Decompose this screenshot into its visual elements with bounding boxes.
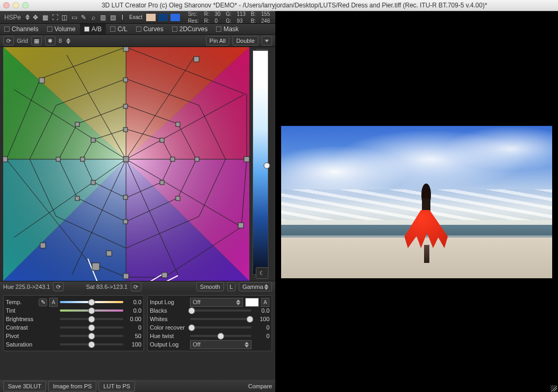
svg-rect-44 [56, 157, 60, 161]
grid-subbar: ⟳ Grid ▦ ✱ 8 Pin All Double [0, 35, 275, 47]
swatch-skin[interactable] [146, 14, 156, 21]
grid-icon[interactable]: ▤ [109, 13, 116, 22]
color-recover-slider[interactable] [190, 326, 251, 329]
sliders-panel: Temp. ✎ A 0.0 Tint 0.0 Brightness 0.00 [0, 292, 275, 354]
tab-ab[interactable]: A/B [80, 24, 106, 34]
tab-cl[interactable]: C/L [106, 24, 132, 34]
bottom-bar: Save 3DLUT Image from PS LUT to PS Compa… [0, 380, 275, 392]
blacks-slider[interactable] [190, 309, 251, 312]
pivot-slider[interactable] [60, 335, 123, 337]
svg-rect-28 [123, 47, 129, 51]
eyedropper-icon[interactable]: ✎ [80, 13, 88, 22]
temp-a-button[interactable]: A [49, 298, 58, 307]
svg-rect-39 [123, 78, 128, 82]
temp-label: Temp. [6, 299, 37, 305]
grid-star-icon[interactable]: ✱ [45, 36, 56, 45]
saturation-slider[interactable] [60, 343, 123, 345]
svg-rect-27 [123, 157, 129, 162]
log-sliders: Input Log Off A Blacks 0.0 Whites 100 Co… [147, 295, 272, 351]
hue-twist-slider[interactable] [190, 335, 251, 337]
lasso-tool-icon[interactable]: ◫ [60, 13, 68, 22]
svg-rect-55 [91, 180, 95, 185]
svg-rect-37 [92, 263, 100, 270]
preview-image[interactable] [281, 126, 552, 278]
luminance-knob[interactable] [264, 162, 270, 169]
sat-readout: Sat 83.6->123.1 [86, 284, 128, 290]
histogram-icon[interactable]: ▥ [99, 13, 107, 22]
minimize-icon[interactable] [13, 2, 19, 8]
svg-rect-34 [40, 243, 46, 248]
tint-label: Tint [6, 307, 37, 314]
svg-rect-49 [75, 196, 79, 200]
moon-icon[interactable]: ☾ [256, 267, 268, 279]
compare-button[interactable]: Compare [248, 383, 272, 389]
color-sliders: Temp. ✎ A 0.0 Tint 0.0 Brightness 0.00 [3, 295, 144, 351]
svg-rect-33 [238, 223, 244, 228]
zoom-in-icon[interactable]: ⌕ [89, 13, 97, 22]
swatch-blue[interactable] [170, 14, 180, 21]
luminance-slider[interactable] [253, 50, 268, 275]
color-model-select[interactable]: HSPe [4, 14, 21, 21]
reset-sat-icon[interactable]: ⟳ [131, 282, 141, 291]
eyedropper-icon[interactable]: ✎ [39, 298, 47, 306]
expand-tool-icon[interactable]: ⛶ [51, 13, 59, 22]
double-button[interactable]: Double [232, 36, 258, 45]
close-icon[interactable] [3, 2, 10, 8]
white-swatch[interactable] [245, 298, 259, 307]
selection-tool-icon[interactable]: ▦ [41, 13, 49, 22]
color-wheel-grid[interactable] [3, 47, 249, 281]
tint-slider[interactable] [60, 309, 123, 312]
temp-slider[interactable] [60, 301, 123, 303]
grid-size-stepper[interactable] [66, 38, 70, 44]
svg-rect-45 [80, 157, 85, 161]
pin-all-button[interactable]: Pin All [206, 36, 230, 45]
svg-rect-36 [162, 272, 167, 278]
l-button[interactable]: L [227, 282, 236, 291]
gamma-select[interactable]: Gamma [239, 282, 272, 291]
swatch-sky[interactable] [158, 14, 168, 21]
svg-rect-32 [194, 57, 199, 62]
dropdown-icon[interactable] [262, 36, 272, 45]
log-a-button[interactable]: A [261, 298, 269, 307]
grid-type-icon[interactable]: ▦ [31, 36, 42, 45]
svg-rect-29 [244, 157, 249, 162]
window-titlebar: 3D LUT Creator Pro (c) Oleg Sharonov *DE… [0, 0, 558, 11]
marquee-tool-icon[interactable]: ▭ [70, 13, 78, 22]
tab-mask[interactable]: Mask [212, 24, 243, 34]
info-icon[interactable]: I [119, 13, 127, 22]
image-from-ps-button[interactable]: Image from PS [48, 381, 96, 391]
reset-grid-icon[interactable]: ⟳ [3, 36, 14, 45]
brightness-slider[interactable] [60, 318, 123, 320]
output-log-select[interactable]: Off [190, 340, 251, 349]
tab-volume[interactable]: Volume [43, 24, 80, 34]
chevron-updown-icon[interactable] [25, 14, 30, 20]
svg-rect-46 [176, 122, 180, 126]
tab-2dcurves[interactable]: 2DCurves [168, 24, 212, 34]
save-3dlut-button[interactable]: Save 3DLUT [3, 381, 46, 391]
grid-size[interactable]: 8 [59, 38, 62, 44]
hue-readout: Hue 225.0->243.1 [3, 284, 50, 290]
whites-slider[interactable] [190, 318, 251, 320]
svg-rect-30 [3, 157, 7, 162]
smooth-button[interactable]: Smooth [196, 282, 224, 291]
svg-rect-42 [195, 157, 199, 161]
grid-label: Grid [17, 38, 28, 44]
move-tool-icon[interactable]: ✥ [31, 13, 39, 22]
contrast-slider[interactable] [60, 326, 123, 329]
color-recover-label: Color recover [150, 324, 188, 331]
input-log-select[interactable]: Off [190, 298, 243, 307]
tab-channels[interactable]: Channels [0, 24, 43, 34]
mode-tabs: Channels Volume A/B C/L Curves 2DCurves … [0, 24, 275, 35]
pivot-label: Pivot [6, 333, 37, 339]
lut-to-ps-button[interactable]: LUT to PS [98, 381, 135, 391]
reset-hue-icon[interactable]: ⟳ [53, 282, 64, 291]
zoom-icon[interactable] [22, 2, 29, 8]
exact-label[interactable]: Exact [129, 14, 142, 20]
tab-curves[interactable]: Curves [132, 24, 168, 34]
control-panel: HSPe ✥ ▦ ⛶ ◫ ▭ ✎ ⌕ ▥ ▤ I Exact Src:R:30G… [0, 11, 275, 392]
svg-rect-54 [160, 180, 164, 185]
hue-twist-label: Hue twist [150, 333, 188, 339]
svg-rect-51 [123, 195, 128, 199]
resize-handle-icon[interactable] [551, 385, 557, 391]
brightness-label: Brightness [6, 316, 37, 322]
